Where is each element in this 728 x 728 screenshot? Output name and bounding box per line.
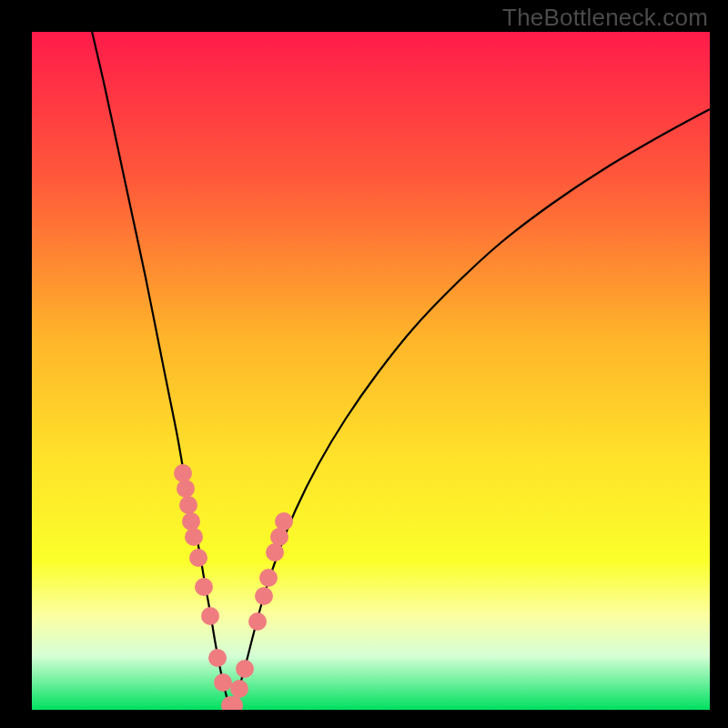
data-marker	[248, 612, 267, 631]
data-marker	[255, 587, 273, 605]
frame: TheBottleneck.com	[0, 0, 728, 728]
data-marker	[275, 512, 293, 531]
data-marker	[195, 578, 213, 596]
data-marker	[179, 496, 197, 514]
data-marker	[259, 569, 278, 587]
data-marker	[201, 607, 219, 625]
data-marker	[182, 512, 200, 531]
chart-svg	[32, 32, 710, 710]
data-marker	[236, 660, 254, 678]
data-marker	[189, 549, 207, 567]
data-marker	[174, 464, 192, 482]
data-marker	[230, 680, 248, 698]
chart-background	[32, 32, 710, 710]
data-marker	[214, 673, 232, 692]
data-marker	[185, 528, 203, 546]
data-marker	[266, 543, 284, 561]
chart-plot-area	[32, 32, 710, 710]
data-marker	[208, 649, 227, 667]
data-marker	[177, 480, 195, 498]
watermark-text: TheBottleneck.com	[502, 4, 708, 32]
data-marker	[270, 528, 288, 546]
